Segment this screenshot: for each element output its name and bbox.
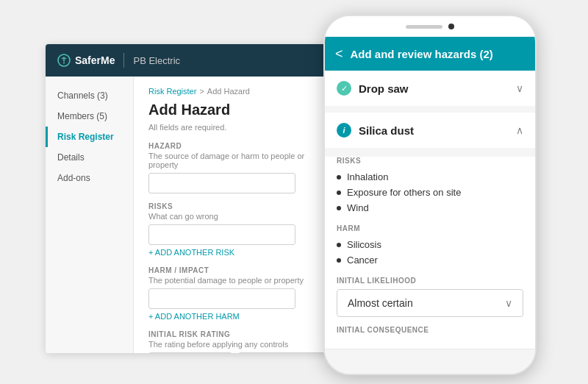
risk-rating-section: INITIAL RISK RATING The rating before ap… [148, 330, 318, 353]
sidebar-item-risk-register[interactable]: Risk Register [46, 127, 133, 147]
likelihood-wrapper: Select likelihood [148, 352, 232, 353]
top-bar: SaferMe PB Electric [46, 44, 332, 77]
top-bar-divider [123, 53, 124, 68]
hazard-row-left-silica: i Silica dust [337, 123, 414, 138]
harm-label-2: Cancer [347, 255, 378, 266]
risk-label-3: Wind [347, 202, 369, 213]
risk-label-2: Exposure for others on site [347, 187, 461, 198]
hazard-label: HAZARD [148, 142, 318, 150]
likelihood-chevron-icon: ∨ [505, 297, 512, 309]
consequence-wrapper: Select consequence [238, 352, 332, 353]
phone-camera [448, 24, 454, 29]
phone-speaker [406, 25, 442, 29]
risks-label: RISKS [148, 202, 318, 210]
app-name: SaferMe [75, 54, 115, 66]
sidebar-item-addons[interactable]: Add-ons [46, 168, 133, 188]
phone-header: < Add and review hazards (2) [325, 37, 535, 71]
breadcrumb-parent[interactable]: Risk Register [148, 87, 196, 96]
bullet-icon [337, 206, 341, 210]
chevron-up-icon: ∧ [516, 124, 523, 136]
risks-field-section: RISKS What can go wrong + ADD ANOTHER RI… [148, 202, 318, 257]
risks-input[interactable] [148, 224, 295, 245]
consequence-select[interactable]: Select consequence [238, 352, 332, 353]
phone-notch-area [325, 16, 535, 37]
harm-label: HARM / IMPACT [148, 266, 318, 274]
select-row: Select likelihood Select consequence [148, 352, 318, 353]
company-name: PB Electric [133, 55, 180, 66]
hazard-field-section: HAZARD The source of damage or harm to p… [148, 142, 318, 193]
logo-area: SaferMe [57, 54, 115, 67]
hazard-desc: The source of damage or harm to people o… [148, 152, 318, 169]
hazard-silica-name: Silica dust [359, 124, 414, 137]
bullet-icon [337, 243, 341, 247]
add-harm-link[interactable]: + ADD ANOTHER HARM [148, 312, 240, 321]
phone-body: ✓ Drop saw ∨ i Silica dust ∧ RISKS Inhal… [325, 71, 535, 374]
page-title: Add Hazard [148, 102, 318, 118]
add-risk-link[interactable]: + ADD ANOTHER RISK [148, 248, 234, 257]
risks-section-header: RISKS [337, 157, 523, 165]
bullet-icon [337, 175, 341, 179]
risk-item-2: Exposure for others on site [337, 185, 523, 200]
desktop-panel: SaferMe PB Electric Channels (3) Members… [46, 44, 332, 353]
harm-field-section: HARM / IMPACT The potential damage to pe… [148, 266, 318, 321]
risk-item-3: Wind [337, 200, 523, 216]
harm-section-header: HARM [337, 224, 523, 232]
chevron-down-icon: ∨ [516, 82, 523, 94]
likelihood-box[interactable]: Almost certain ∨ [337, 289, 523, 317]
phone-header-title: Add and review hazards (2) [351, 48, 493, 60]
initial-risk-desc: The rating before applying any controls [148, 340, 318, 349]
breadcrumb: Risk Register > Add Hazard [148, 87, 318, 96]
harm-item-1: Silicosis [337, 237, 523, 252]
main-content: Channels (3) Members (5) Risk Register D… [46, 77, 332, 353]
hazard-row-left: ✓ Drop saw [337, 81, 409, 96]
bullet-icon [337, 258, 341, 263]
sidebar-item-members[interactable]: Members (5) [46, 106, 133, 127]
breadcrumb-current: Add Hazard [207, 87, 250, 96]
sidebar-item-details[interactable]: Details [46, 147, 133, 168]
saferme-logo-icon [57, 54, 71, 67]
harm-item-2: Cancer [337, 252, 523, 268]
hazard-expanded-silica: RISKS Inhalation Exposure for others on … [325, 157, 535, 349]
section-gap [325, 107, 535, 113]
sidebar: Channels (3) Members (5) Risk Register D… [46, 77, 134, 353]
phone-back-button[interactable]: < [335, 46, 343, 62]
hazard-row-dropsaw[interactable]: ✓ Drop saw ∨ [325, 71, 535, 106]
risk-label-1: Inhalation [347, 171, 388, 182]
check-icon: ✓ [337, 81, 351, 96]
breadcrumb-separator: > [199, 87, 204, 96]
phone-mockup: < Add and review hazards (2) ✓ Drop saw … [323, 15, 537, 375]
hazard-row-silica[interactable]: i Silica dust ∧ [325, 113, 535, 148]
hazard-input[interactable] [148, 173, 295, 193]
harm-label-1: Silicosis [347, 239, 381, 250]
hazard-dropsaw-name: Drop saw [359, 82, 409, 95]
required-note: All fields are required. [148, 123, 318, 132]
sidebar-item-channels[interactable]: Channels (3) [46, 85, 133, 106]
initial-consequence-header: INITIAL CONSEQUENCE [337, 326, 523, 334]
likelihood-value: Almost certain [348, 297, 413, 309]
form-area: Risk Register > Add Hazard Add Hazard Al… [134, 77, 332, 353]
risks-desc: What can go wrong [148, 212, 318, 221]
initial-likelihood-header: INITIAL LIKELIHOOD [337, 277, 523, 285]
likelihood-select[interactable]: Select likelihood [148, 352, 232, 353]
harm-desc: The potential damage to people or proper… [148, 276, 318, 285]
risk-item-1: Inhalation [337, 169, 523, 185]
initial-risk-label: INITIAL RISK RATING [148, 330, 318, 338]
info-icon: i [337, 123, 351, 138]
bullet-icon [337, 191, 341, 195]
harm-input[interactable] [148, 288, 295, 309]
